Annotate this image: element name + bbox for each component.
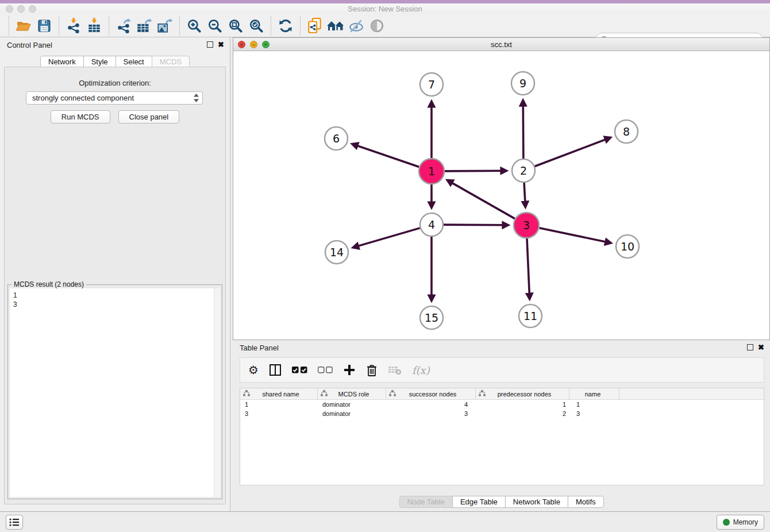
column-tree-icon xyxy=(321,390,328,398)
graph-edge-2-9[interactable] xyxy=(523,101,523,159)
mcds-result-text[interactable]: 1 3 xyxy=(10,288,220,497)
network-graph: 7968124314101511 xyxy=(233,51,769,340)
table-row[interactable]: 3dominator323 xyxy=(240,409,764,418)
hide-graphics-details-icon[interactable] xyxy=(346,16,367,36)
column-label: name xyxy=(572,391,619,398)
task-list-icon xyxy=(9,517,20,527)
graph-edge-4-14[interactable] xyxy=(353,228,420,248)
table-tab-motifs[interactable]: Motifs xyxy=(568,496,604,508)
graph-edge-3-11[interactable] xyxy=(527,238,530,299)
column-label: predecessor nodes xyxy=(486,391,569,398)
export-image-icon[interactable] xyxy=(155,16,175,36)
node-table: shared nameMCDS rolesuccessor nodesprede… xyxy=(240,388,764,485)
table-cell[interactable]: dominator xyxy=(318,401,386,408)
memory-label: Memory xyxy=(733,518,758,526)
table-cell[interactable]: 1 xyxy=(240,401,318,408)
table-tab-edge-table[interactable]: Edge Table xyxy=(452,496,506,508)
zoom-in-icon[interactable] xyxy=(184,16,205,36)
table-settings-gear-icon[interactable]: ⚙ xyxy=(248,364,259,376)
column-tree-icon xyxy=(243,390,250,398)
table-cell[interactable]: 3 xyxy=(569,410,619,417)
column-header-MCDS-role[interactable]: MCDS role xyxy=(318,388,386,399)
export-table-icon[interactable] xyxy=(134,16,155,36)
import-network-icon[interactable] xyxy=(63,16,84,36)
table-row[interactable]: 1dominator411 xyxy=(240,400,764,409)
zoom-selected-icon[interactable] xyxy=(246,16,267,36)
network-view-window: scc.txt 7968124314101511 xyxy=(233,37,770,340)
tab-style[interactable]: Style xyxy=(83,56,116,68)
control-panel: Control Panel ✖ NetworkStyleSelectMCDS O… xyxy=(0,37,230,511)
float-table-panel-icon[interactable] xyxy=(747,344,753,350)
delete-table-icon[interactable] xyxy=(388,365,402,375)
toolbar-separator xyxy=(109,16,109,36)
network-canvas[interactable]: 7968124314101511 xyxy=(233,51,769,340)
column-header-shared-name[interactable]: shared name xyxy=(240,388,318,399)
function-builder-icon[interactable]: f(x) xyxy=(412,364,430,376)
table-cell[interactable]: 2 xyxy=(476,410,569,417)
select-all-icon[interactable] xyxy=(292,367,307,373)
column-tree-icon xyxy=(389,390,396,398)
tab-select[interactable]: Select xyxy=(116,56,152,68)
delete-column-trash-icon[interactable] xyxy=(366,364,378,377)
toolbar-separator xyxy=(271,16,271,36)
close-panel-button[interactable]: Close panel xyxy=(118,110,180,124)
open-file-icon[interactable] xyxy=(13,16,34,36)
memory-button[interactable]: Memory xyxy=(717,515,764,530)
close-table-panel-icon[interactable]: ✖ xyxy=(758,344,764,350)
graph-node-label: 4 xyxy=(428,218,435,231)
table-cell[interactable]: 3 xyxy=(240,410,318,417)
table-cell[interactable]: dominator xyxy=(318,410,386,417)
run-mcds-button[interactable]: Run MCDS xyxy=(51,110,110,124)
home-view-icon[interactable] xyxy=(325,16,346,36)
graph-edge-3-1[interactable] xyxy=(448,180,515,219)
table-cell[interactable]: 3 xyxy=(386,410,476,417)
zoom-fit-icon[interactable] xyxy=(225,16,246,36)
deselect-all-icon[interactable] xyxy=(318,367,333,373)
save-session-icon[interactable] xyxy=(34,16,55,36)
control-panel-tabs: NetworkStyleSelectMCDS xyxy=(40,56,190,68)
graph-edge-1-6[interactable] xyxy=(352,144,419,167)
network-window-title: scc.txt xyxy=(233,40,769,49)
graph-node-label: 2 xyxy=(520,164,527,177)
graph-edge-3-10[interactable] xyxy=(540,228,611,243)
graph-node-label: 3 xyxy=(523,219,530,232)
criterion-dropdown[interactable]: strongly connected component xyxy=(26,91,203,105)
table-cell[interactable]: 1 xyxy=(476,401,569,408)
show-columns-icon[interactable] xyxy=(269,364,282,376)
graph-edge-1-2[interactable] xyxy=(445,171,506,171)
float-panel-icon[interactable] xyxy=(207,41,213,48)
task-history-button[interactable] xyxy=(6,515,23,530)
graph-node-label: 14 xyxy=(330,246,344,259)
criterion-value: strongly connected component xyxy=(32,94,194,102)
show-graphics-details-icon[interactable] xyxy=(367,16,387,36)
graph-node-label: 7 xyxy=(428,78,435,91)
tab-network[interactable]: Network xyxy=(40,56,84,68)
column-header-name[interactable]: name xyxy=(569,388,619,399)
import-table-icon[interactable] xyxy=(84,16,105,36)
close-panel-icon[interactable]: ✖ xyxy=(218,41,224,48)
zoom-out-icon[interactable] xyxy=(205,16,225,36)
toolbar-separator xyxy=(300,16,301,36)
column-header-successor-nodes[interactable]: successor nodes xyxy=(386,388,476,399)
graph-edge-2-8[interactable] xyxy=(535,138,610,167)
graph-node-label: 9 xyxy=(519,77,526,90)
table-cell[interactable]: 4 xyxy=(386,401,476,408)
main-toolbar xyxy=(0,14,770,37)
result-scrollbar[interactable] xyxy=(214,288,220,497)
duplicate-network-view-icon[interactable] xyxy=(305,16,325,36)
graph-edge-4-3[interactable] xyxy=(444,225,508,225)
create-column-plus-icon[interactable] xyxy=(343,364,356,376)
column-tree-icon xyxy=(479,390,486,398)
export-network-icon[interactable] xyxy=(113,16,134,36)
table-cell[interactable]: 1 xyxy=(569,401,619,408)
graph-edge-2-3[interactable] xyxy=(524,183,525,207)
table-tab-node-table[interactable]: Node Table xyxy=(399,496,453,508)
dropdown-stepper-icon xyxy=(194,94,199,102)
column-header-predecessor-nodes[interactable]: predecessor nodes xyxy=(476,388,569,399)
control-panel-title: Control Panel xyxy=(7,41,52,49)
table-toolbar: ⚙ f(x) xyxy=(240,357,764,383)
table-tab-network-table[interactable]: Network Table xyxy=(505,496,568,508)
graph-node-label: 1 xyxy=(428,165,435,178)
refresh-view-icon[interactable] xyxy=(275,16,296,36)
tab-mcds[interactable]: MCDS xyxy=(152,56,190,68)
